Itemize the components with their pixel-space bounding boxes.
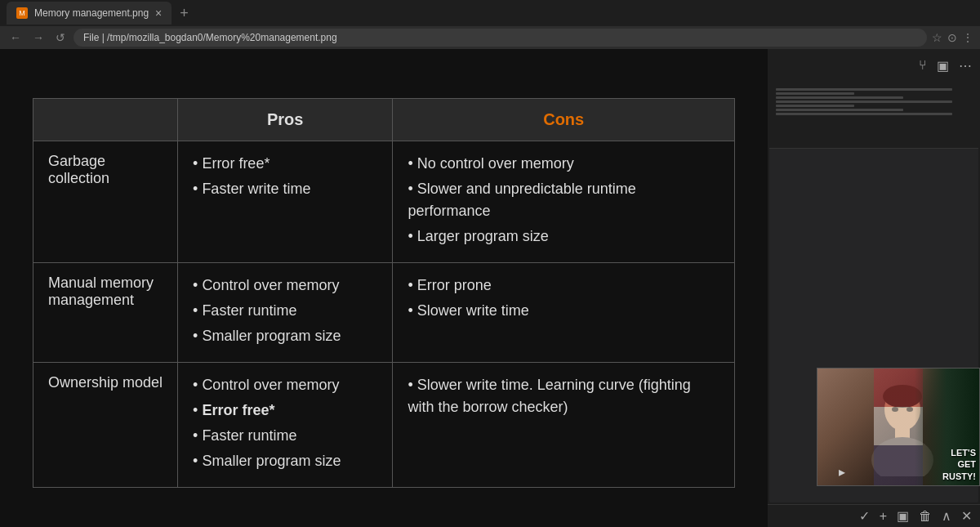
pros-list-manual: Control over memory Faster runtime Small… xyxy=(193,275,377,347)
table-row: Ownership model Control over memory Erro… xyxy=(33,363,735,488)
cons-list-gc: No control over memory Slower and unpred… xyxy=(408,153,719,248)
col-header-empty xyxy=(33,99,178,141)
close-button[interactable]: ✕ xyxy=(961,508,972,524)
tab-title: Memory management.png xyxy=(34,7,149,19)
pros-list-ownership: Control over memory Error free* Faster r… xyxy=(193,374,377,472)
split-button[interactable]: ▣ xyxy=(897,508,909,524)
list-item: Slower and unpredictable runtime perform… xyxy=(408,178,719,222)
new-tab-button[interactable]: + xyxy=(175,5,194,22)
row-cons-ownership: Slower write time. Learning curve (fight… xyxy=(393,363,735,488)
list-item: Faster runtime xyxy=(193,425,377,447)
tab-favicon: M xyxy=(16,7,28,19)
row-cons-gc: No control over memory Slower and unpred… xyxy=(393,141,735,263)
tab-close-button[interactable]: × xyxy=(155,7,162,20)
row-label-manual: Manual memorymanagement xyxy=(33,263,178,363)
list-item: Smaller program size xyxy=(193,450,377,472)
row-pros-ownership: Control over memory Error free* Faster r… xyxy=(178,363,393,488)
comparison-table: Pros Cons Garbagecollection Error free* … xyxy=(33,98,735,488)
list-item: Control over memory xyxy=(193,275,377,297)
branch-icon[interactable]: ⑂ xyxy=(919,58,927,73)
list-item: Faster write time xyxy=(193,178,377,200)
active-tab[interactable]: M Memory management.png × xyxy=(7,2,172,25)
pros-list-gc: Error free* Faster write time xyxy=(193,153,377,200)
more-icon[interactable]: ⋯ xyxy=(959,58,972,74)
bottom-toolbar: ✓ + ▣ 🗑 ∧ ✕ xyxy=(768,504,980,527)
forward-button[interactable]: → xyxy=(29,29,47,46)
mouse-cursor: ▸ xyxy=(839,464,845,474)
main-area: Pros Cons Garbagecollection Error free* … xyxy=(0,49,980,527)
minimap xyxy=(769,83,978,149)
refresh-button[interactable]: ↺ xyxy=(52,29,69,46)
video-text-label: LET'S GET RUSTY! xyxy=(942,447,976,482)
minimap-line xyxy=(776,96,903,99)
list-item: No control over memory xyxy=(408,153,719,175)
delete-button[interactable]: 🗑 xyxy=(919,509,932,524)
list-item: Slower write time. Learning curve (fight… xyxy=(408,374,719,418)
bold-item: Error free* xyxy=(202,402,274,418)
address-actions: ☆ ⊙ ⋮ xyxy=(932,31,973,44)
minimap-line xyxy=(776,100,952,103)
bookmark-icon[interactable]: ☆ xyxy=(932,31,942,44)
layout-icon[interactable]: ▣ xyxy=(937,58,949,74)
sidebar-toolbar: ⑂ ▣ ⋯ xyxy=(768,49,980,82)
row-pros-gc: Error free* Faster write time xyxy=(178,141,393,263)
address-input[interactable] xyxy=(74,29,927,47)
right-sidebar: ⑂ ▣ ⋯ ✓ + ▣ 🗑 ∧ ✕ xyxy=(768,49,980,527)
cons-list-ownership: Slower write time. Learning curve (fight… xyxy=(408,374,719,418)
minimap-line xyxy=(776,105,854,107)
row-pros-manual: Control over memory Faster runtime Small… xyxy=(178,263,393,363)
col-header-pros: Pros xyxy=(178,99,393,141)
minimap-line xyxy=(776,92,854,95)
account-icon[interactable]: ⊙ xyxy=(947,31,957,44)
minimap-line xyxy=(776,109,903,111)
col-header-cons: Cons xyxy=(393,99,735,141)
cons-list-manual: Error prone Slower write time xyxy=(408,275,719,322)
tab-bar: M Memory management.png × + xyxy=(0,0,980,26)
table-row: Manual memorymanagement Control over mem… xyxy=(33,263,735,363)
list-item: Faster runtime xyxy=(193,300,377,322)
checkmark-icon[interactable]: ✓ xyxy=(859,508,870,524)
content-area: Pros Cons Garbagecollection Error free* … xyxy=(0,49,768,527)
back-button[interactable]: ← xyxy=(7,29,24,46)
browser-chrome: M Memory management.png × + ← → ↺ ☆ ⊙ ⋮ xyxy=(0,0,980,49)
address-bar: ← → ↺ ☆ ⊙ ⋮ xyxy=(0,26,980,49)
minimap-line xyxy=(776,88,952,91)
list-item: Error free* xyxy=(193,153,377,175)
row-label-gc: Garbagecollection xyxy=(33,141,178,263)
flag-decoration xyxy=(874,368,922,485)
list-item: Error free* xyxy=(193,400,377,422)
row-label-ownership: Ownership model xyxy=(33,363,178,488)
up-button[interactable]: ∧ xyxy=(942,508,951,524)
list-item: Smaller program size xyxy=(193,325,377,347)
add-button[interactable]: + xyxy=(880,509,887,524)
table-row: Garbagecollection Error free* Faster wri… xyxy=(33,141,735,263)
minimap-line xyxy=(776,113,952,115)
list-item: Error prone xyxy=(408,275,719,297)
list-item: Slower write time xyxy=(408,300,719,322)
list-item: Control over memory xyxy=(193,374,377,396)
menu-icon[interactable]: ⋮ xyxy=(962,31,973,44)
list-item: Larger program size xyxy=(408,226,719,248)
row-cons-manual: Error prone Slower write time xyxy=(393,263,735,363)
